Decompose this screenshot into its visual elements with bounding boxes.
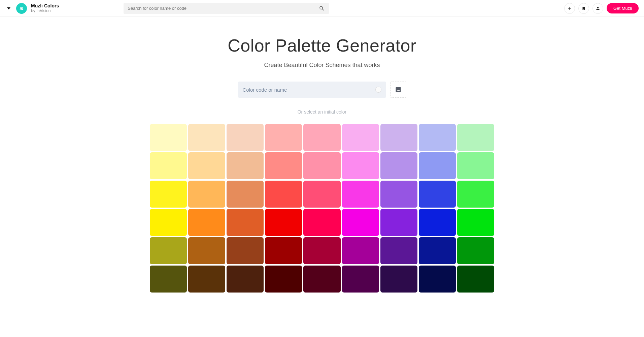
color-swatch[interactable] bbox=[303, 124, 340, 151]
color-swatch[interactable] bbox=[342, 209, 379, 236]
color-swatch[interactable] bbox=[150, 181, 187, 208]
color-swatch[interactable] bbox=[227, 124, 264, 151]
logo-text: Muzli Colors by InVision bbox=[31, 3, 59, 13]
swatch-grid bbox=[150, 124, 495, 293]
color-swatch[interactable] bbox=[227, 209, 264, 236]
color-swatch[interactable] bbox=[380, 124, 417, 151]
color-swatch[interactable] bbox=[380, 209, 417, 236]
swatch-grid-wrap bbox=[150, 124, 495, 293]
color-swatch[interactable] bbox=[188, 124, 225, 151]
color-input-wrap[interactable] bbox=[238, 82, 386, 98]
color-swatch[interactable] bbox=[265, 124, 302, 151]
search-icon[interactable] bbox=[319, 5, 325, 11]
color-swatch[interactable] bbox=[188, 181, 225, 208]
color-swatch[interactable] bbox=[342, 181, 379, 208]
logo-subtitle: by InVision bbox=[31, 9, 59, 13]
color-swatch[interactable] bbox=[303, 266, 340, 293]
bookmark-button[interactable] bbox=[578, 3, 589, 14]
header-dropdown-caret[interactable] bbox=[5, 7, 12, 10]
profile-button[interactable] bbox=[592, 3, 603, 14]
get-muzli-button[interactable]: Get Muzli bbox=[607, 3, 639, 13]
person-icon bbox=[596, 6, 600, 11]
color-swatch[interactable] bbox=[188, 209, 225, 236]
color-swatch[interactable] bbox=[265, 152, 302, 179]
color-swatch[interactable] bbox=[419, 237, 456, 264]
color-swatch[interactable] bbox=[227, 266, 264, 293]
image-upload-button[interactable] bbox=[390, 82, 406, 98]
color-swatch[interactable] bbox=[419, 209, 456, 236]
color-swatch[interactable] bbox=[265, 209, 302, 236]
caret-down-icon bbox=[7, 7, 10, 10]
header-bar: m Muzli Colors by InVision Get Muzli bbox=[0, 0, 644, 17]
color-swatch[interactable] bbox=[265, 266, 302, 293]
color-swatch[interactable] bbox=[380, 152, 417, 179]
color-swatch[interactable] bbox=[457, 152, 494, 179]
color-input-row bbox=[0, 82, 644, 98]
color-swatch[interactable] bbox=[380, 237, 417, 264]
color-swatch[interactable] bbox=[150, 266, 187, 293]
color-swatch[interactable] bbox=[150, 237, 187, 264]
color-swatch[interactable] bbox=[419, 181, 456, 208]
color-swatch[interactable] bbox=[419, 124, 456, 151]
color-swatch[interactable] bbox=[265, 181, 302, 208]
header-right: Get Muzli bbox=[564, 3, 639, 14]
page-title: Color Palette Generator bbox=[0, 35, 644, 56]
color-swatch[interactable] bbox=[380, 266, 417, 293]
color-swatch[interactable] bbox=[457, 124, 494, 151]
add-button[interactable] bbox=[564, 3, 575, 14]
color-swatch[interactable] bbox=[303, 152, 340, 179]
color-swatch[interactable] bbox=[188, 237, 225, 264]
color-swatch[interactable] bbox=[380, 181, 417, 208]
main-content: Color Palette Generator Create Beautiful… bbox=[0, 17, 644, 293]
color-swatch[interactable] bbox=[342, 152, 379, 179]
logo-icon: m bbox=[16, 3, 27, 14]
color-swatch[interactable] bbox=[150, 209, 187, 236]
color-swatch[interactable] bbox=[303, 181, 340, 208]
color-swatch[interactable] bbox=[303, 209, 340, 236]
bookmark-icon bbox=[582, 6, 586, 11]
color-swatch[interactable] bbox=[150, 124, 187, 151]
color-swatch[interactable] bbox=[265, 237, 302, 264]
color-swatch[interactable] bbox=[457, 237, 494, 264]
color-swatch[interactable] bbox=[419, 266, 456, 293]
color-swatch[interactable] bbox=[150, 152, 187, 179]
color-swatch[interactable] bbox=[457, 209, 494, 236]
image-icon bbox=[395, 86, 402, 93]
color-preview-circle[interactable] bbox=[375, 87, 381, 93]
header-search[interactable] bbox=[124, 3, 329, 14]
logo-title: Muzli Colors bbox=[31, 3, 59, 8]
color-swatch[interactable] bbox=[457, 181, 494, 208]
hint-text: Or select an initial color bbox=[0, 109, 644, 115]
logo-area[interactable]: m Muzli Colors by InVision bbox=[16, 3, 59, 14]
page-subtitle: Create Beautiful Color Schemes that work… bbox=[0, 62, 644, 69]
color-swatch[interactable] bbox=[419, 152, 456, 179]
color-swatch[interactable] bbox=[227, 237, 264, 264]
color-swatch[interactable] bbox=[342, 266, 379, 293]
color-swatch[interactable] bbox=[342, 237, 379, 264]
color-swatch[interactable] bbox=[457, 266, 494, 293]
plus-icon bbox=[567, 6, 572, 11]
color-swatch[interactable] bbox=[303, 237, 340, 264]
search-input[interactable] bbox=[128, 6, 316, 11]
color-swatch[interactable] bbox=[188, 266, 225, 293]
color-swatch[interactable] bbox=[227, 152, 264, 179]
color-swatch[interactable] bbox=[342, 124, 379, 151]
color-swatch[interactable] bbox=[227, 181, 264, 208]
color-input[interactable] bbox=[243, 87, 375, 93]
color-swatch[interactable] bbox=[188, 152, 225, 179]
